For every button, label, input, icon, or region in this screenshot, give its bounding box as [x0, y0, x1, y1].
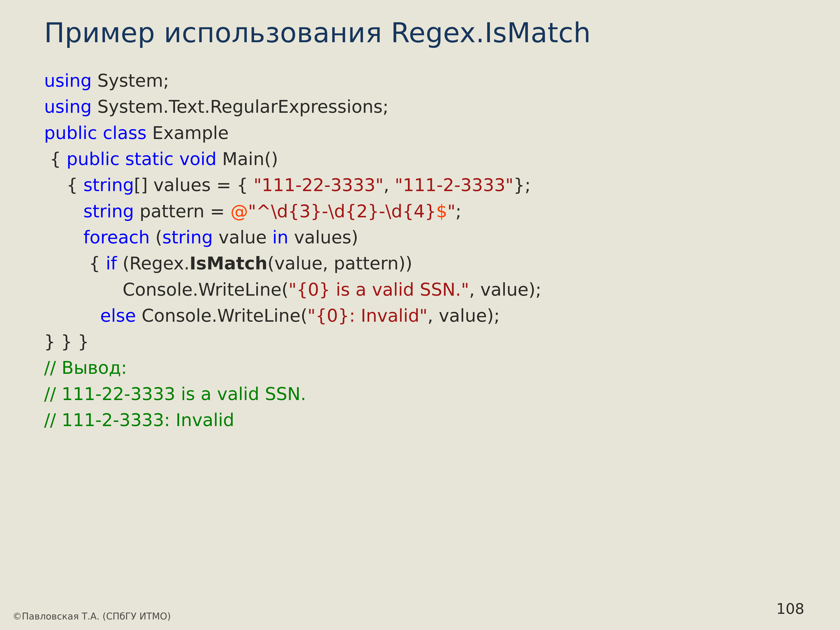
- keyword: public static void: [66, 149, 217, 169]
- code-text: };: [513, 175, 531, 195]
- code-text: , value);: [469, 279, 542, 300]
- method-name: IsMatch: [189, 253, 267, 274]
- code-text: values): [288, 227, 358, 248]
- code-text: {: [44, 253, 106, 274]
- keyword: foreach: [84, 227, 150, 248]
- keyword: string: [84, 175, 134, 195]
- keyword: string: [84, 201, 134, 221]
- string-literal: "{0} is a valid SSN.": [289, 279, 469, 300]
- string-literal: ": [447, 201, 455, 221]
- comment: // 111-22-3333 is a valid SSN.: [44, 384, 306, 404]
- footer-copyright: ©Павловская Т.А. (СПбГУ ИТМО): [13, 611, 171, 622]
- string-literal: "{0}: Invalid": [308, 305, 428, 326]
- keyword: else: [100, 305, 136, 326]
- code-text: value: [213, 227, 272, 248]
- keyword: in: [272, 227, 289, 248]
- string-literal: "^: [248, 201, 271, 221]
- string-literal: "111-2-3333": [395, 175, 513, 195]
- regex-part: \d{2}: [328, 201, 379, 221]
- keyword: using: [44, 70, 92, 91]
- code-block: using System; using System.Text.RegularE…: [44, 68, 796, 433]
- comment: // Вывод:: [44, 357, 127, 378]
- code-text: (Regex.: [117, 253, 189, 274]
- string-literal: "111-22-3333": [253, 175, 384, 195]
- regex-part: \d{3}: [271, 201, 322, 221]
- comment: // 111-2-3333: Invalid: [44, 410, 234, 430]
- code-text: } } }: [44, 332, 89, 352]
- code-text: ;: [455, 201, 461, 221]
- code-text: [44, 201, 84, 221]
- page-number: 108: [776, 600, 804, 617]
- code-text: System;: [92, 70, 169, 91]
- code-text: Console.WriteLine(: [136, 305, 307, 326]
- slide-title: Пример использования Regex.IsMatch: [44, 17, 796, 49]
- code-text: [] values = {: [134, 175, 253, 195]
- code-text: (value, pattern)): [268, 253, 412, 274]
- code-text: Main(): [216, 149, 278, 169]
- keyword: string: [162, 227, 213, 248]
- code-text: [44, 305, 100, 326]
- regex-dash: -: [322, 201, 328, 221]
- slide: Пример использования Regex.IsMatch using…: [0, 0, 840, 630]
- code-text: (: [150, 227, 162, 248]
- code-text: ,: [384, 175, 395, 195]
- keyword: public class: [44, 123, 147, 143]
- keyword: using: [44, 96, 92, 117]
- code-text: {: [44, 149, 66, 169]
- code-text: System.Text.RegularExpressions;: [92, 96, 388, 117]
- code-text: [44, 227, 84, 248]
- code-text: pattern =: [134, 201, 231, 221]
- code-text: Example: [147, 123, 229, 143]
- keyword: if: [106, 253, 117, 274]
- regex-part: \d{4}: [385, 201, 436, 221]
- verbatim-prefix: @: [231, 201, 248, 221]
- regex-dash: -: [379, 201, 385, 221]
- regex-anchor: $: [436, 201, 447, 221]
- code-text: , value);: [428, 305, 500, 326]
- code-text: Console.WriteLine(: [44, 279, 289, 300]
- code-text: {: [44, 175, 84, 195]
